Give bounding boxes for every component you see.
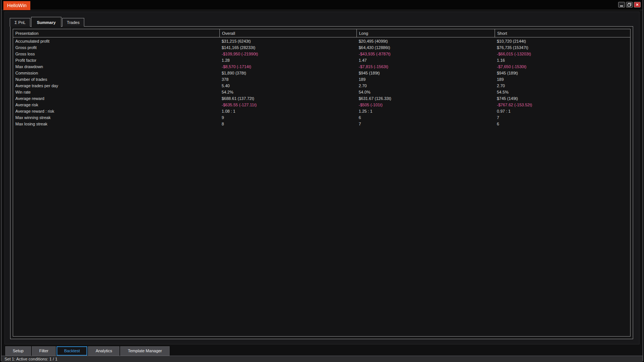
row-value: 2.70 xyxy=(356,83,495,89)
restore-button[interactable] xyxy=(626,2,633,7)
row-value: $141,165 (28233t) xyxy=(219,45,356,51)
table-row[interactable]: Commission$1,890 (378t)$945 (189t)$945 (… xyxy=(13,70,630,76)
column-header-overall[interactable]: Overall xyxy=(219,29,356,37)
row-value: 1.25 : 1 xyxy=(356,108,495,115)
row-label: Max losing streak xyxy=(13,121,219,127)
row-value: 189 xyxy=(356,76,495,83)
row-value: 1.28 xyxy=(219,57,356,64)
row-value: -$7,650 (-1530t) xyxy=(495,64,630,70)
row-value: 1.16 xyxy=(495,57,630,64)
column-header-presentation[interactable]: Presentation xyxy=(13,29,219,37)
table-header-row: Presentation Overall Long Short xyxy=(13,29,630,37)
column-header-long[interactable]: Long xyxy=(356,29,495,37)
tab-pnl[interactable]: Σ PnL xyxy=(10,18,30,27)
row-value: 378 xyxy=(219,76,356,83)
row-value: 2.70 xyxy=(495,83,630,89)
row-value: -$505 (-101t) xyxy=(356,102,495,108)
row-value: $76,735 (15347t) xyxy=(495,45,630,51)
row-value: $945 (189t) xyxy=(356,70,495,76)
minimize-icon xyxy=(620,6,623,6)
row-value: 0.97 : 1 xyxy=(495,108,630,115)
tab-analytics[interactable]: Analytics xyxy=(88,346,119,356)
row-label: Average reward : risk xyxy=(13,108,219,115)
row-label: Profit factor xyxy=(13,57,219,64)
table-row[interactable]: Max drawdown-$8,570 (-1714t)-$7,815 (-15… xyxy=(13,64,630,70)
row-value: $688.61 (137.72t) xyxy=(219,95,356,102)
table-row[interactable]: Gross loss-$109,950 (-21990t)-$43,935 (-… xyxy=(13,51,630,57)
summary-table: Presentation Overall Long Short Accumula… xyxy=(13,29,631,337)
row-value: -$43,935 (-8787t) xyxy=(356,51,495,57)
table-row[interactable]: Profit factor1.281.471.16 xyxy=(13,57,630,64)
row-label: Average risk xyxy=(13,102,219,108)
status-text: Set 1: Active conditions: 1 / 1 xyxy=(4,357,57,361)
tab-filter[interactable]: Filter xyxy=(32,346,56,356)
minimize-button[interactable] xyxy=(618,2,625,7)
row-value: 6 xyxy=(495,121,630,127)
column-header-short[interactable]: Short xyxy=(495,29,630,37)
table-row[interactable]: Average trades per day5.402.702.70 xyxy=(13,83,630,89)
title-bar[interactable]: HelloWin ✕ xyxy=(1,0,643,10)
row-value: $20,495 (4099t) xyxy=(356,38,495,45)
row-value: -$109,950 (-21990t) xyxy=(219,51,356,57)
row-value: 7 xyxy=(495,115,630,121)
table-body: Accumulated profit$31,215 (6243t)$20,495… xyxy=(13,37,630,127)
row-value: $64,430 (12886t) xyxy=(356,45,495,51)
row-value: $945 (189t) xyxy=(495,70,630,76)
row-label: Max winning streak xyxy=(13,115,219,121)
table-row[interactable]: Number of trades378189189 xyxy=(13,76,630,83)
row-value: 8 xyxy=(219,121,356,127)
row-value: 5.40 xyxy=(219,83,356,89)
row-label: Gross profit xyxy=(13,45,219,51)
table-row[interactable]: Average reward$688.61 (137.72t)$631.67 (… xyxy=(13,95,630,102)
table-row[interactable]: Average reward : risk1.08 : 11.25 : 10.9… xyxy=(13,108,630,115)
row-label: Average reward xyxy=(13,95,219,102)
row-label: Accumulated profit xyxy=(13,38,219,45)
row-label: Gross loss xyxy=(13,51,219,57)
row-value: -$7,815 (-1563t) xyxy=(356,64,495,70)
tab-backtest[interactable]: Backtest xyxy=(57,346,87,356)
table-row[interactable]: Average risk-$635.55 (-127.11t)-$505 (-1… xyxy=(13,102,630,108)
table-row[interactable]: Max winning streak967 xyxy=(13,115,630,121)
row-value: 1.08 : 1 xyxy=(219,108,356,115)
row-value: $1,890 (378t) xyxy=(219,70,356,76)
row-label: Win rate xyxy=(13,89,219,95)
table-row[interactable]: Accumulated profit$31,215 (6243t)$20,495… xyxy=(13,38,630,45)
row-label: Number of trades xyxy=(13,76,219,83)
main-panel: Σ PnL Summary Trades Presentation Overal… xyxy=(4,12,640,344)
table-row[interactable]: Win rate54.2%54.0%54.5% xyxy=(13,89,630,95)
row-value: 54.5% xyxy=(495,89,630,95)
row-value: $10,720 (2144t) xyxy=(495,38,630,45)
app-window: HelloWin ✕ Σ PnL Summary Trades Presenta… xyxy=(1,0,643,361)
row-value: $631.67 (126.33t) xyxy=(356,95,495,102)
row-label: Average trades per day xyxy=(13,83,219,89)
tab-template-manager[interactable]: Template Manager xyxy=(120,346,169,356)
row-value: $745 (149t) xyxy=(495,95,630,102)
row-value: -$66,015 (-13203t) xyxy=(495,51,630,57)
close-icon: ✕ xyxy=(636,3,639,7)
row-value: 1.47 xyxy=(356,57,495,64)
table-row[interactable]: Max losing streak876 xyxy=(13,121,630,127)
row-label: Commission xyxy=(13,70,219,76)
row-value: 54.2% xyxy=(219,89,356,95)
row-value: 6 xyxy=(356,115,495,121)
row-value: -$8,570 (-1714t) xyxy=(219,64,356,70)
status-bar: Set 1: Active conditions: 1 / 1 xyxy=(1,356,643,362)
row-value: 54.0% xyxy=(356,89,495,95)
tab-setup[interactable]: Setup xyxy=(5,346,31,356)
close-button[interactable]: ✕ xyxy=(634,2,641,7)
row-value: 189 xyxy=(495,76,630,83)
row-label: Max drawdown xyxy=(13,64,219,70)
bottom-tab-strip: Setup Filter Backtest Analytics Template… xyxy=(5,346,170,356)
tab-summary[interactable]: Summary xyxy=(31,17,61,27)
window-controls: ✕ xyxy=(618,2,641,7)
restore-icon xyxy=(628,3,631,6)
window-title: HelloWin xyxy=(3,1,30,10)
row-value: -$635.55 (-127.11t) xyxy=(219,102,356,108)
table-row[interactable]: Gross profit$141,165 (28233t)$64,430 (12… xyxy=(13,45,630,51)
top-tab-strip: Σ PnL Summary Trades xyxy=(10,15,85,27)
tab-trades[interactable]: Trades xyxy=(62,18,85,27)
row-value: 7 xyxy=(356,121,495,127)
row-value: -$767.62 (-153.52t) xyxy=(495,102,630,108)
row-value: $31,215 (6243t) xyxy=(219,38,356,45)
summary-tab-page: Presentation Overall Long Short Accumula… xyxy=(10,26,633,339)
